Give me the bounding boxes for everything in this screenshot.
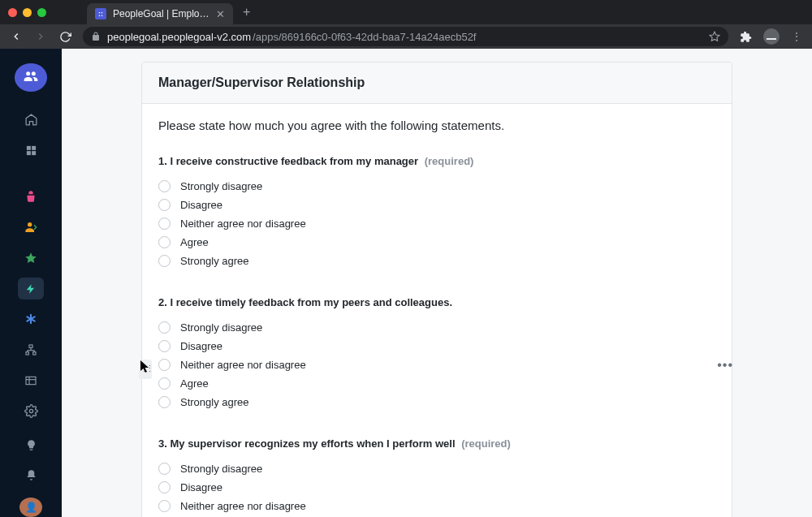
favicon: ::: [95, 8, 106, 19]
main-content: Manager/Supervisor Relationship Please s…: [62, 49, 812, 517]
nav-bulb[interactable]: [18, 433, 44, 456]
radio-option[interactable]: Strongly disagree: [158, 318, 715, 337]
svg-point-23: [29, 409, 32, 412]
traffic-lights: [8, 8, 46, 17]
drag-handle-icon[interactable]: [139, 360, 152, 379]
radio-option[interactable]: Neither agree nor disagree: [158, 214, 715, 233]
svg-point-8: [28, 222, 32, 226]
svg-rect-20: [26, 377, 36, 384]
nav-bell[interactable]: [18, 464, 44, 487]
macos-titlebar: :: PeopleGoal | Employee Engage ✕ +: [0, 0, 812, 24]
new-tab-button[interactable]: +: [243, 5, 250, 19]
address-bar[interactable]: peoplegoal.peoplegoal-v2.com/apps/869166…: [83, 27, 728, 46]
profile-button[interactable]: [763, 28, 780, 45]
radio-option[interactable]: Strongly agree: [158, 252, 715, 270]
sidebar: 👤: [0, 49, 62, 517]
question-label: 1. I receive constructive feedback from …: [158, 155, 715, 167]
question-label: 2. I receive timely feedback from my pee…: [158, 296, 715, 308]
question-menu-icon[interactable]: •••: [717, 358, 733, 373]
radio-icon: [158, 236, 171, 248]
browser-toolbar: peoplegoal.peoplegoal-v2.com/apps/869166…: [0, 24, 812, 49]
question-label: 3. My supervisor recognizes my efforts w…: [158, 437, 715, 450]
survey-card: Manager/Supervisor Relationship Please s…: [141, 62, 732, 517]
svg-rect-13: [29, 345, 32, 347]
close-tab-icon[interactable]: ✕: [216, 8, 225, 20]
app-logo[interactable]: [15, 63, 47, 92]
url-path: /apps/869166c0-0f63-42dd-baa7-14a24aecb5…: [253, 31, 476, 43]
nav-bolt[interactable]: [18, 278, 44, 300]
radio-option[interactable]: Disagree: [158, 478, 715, 497]
svg-rect-6: [26, 151, 30, 155]
reload-button[interactable]: [58, 31, 71, 43]
nav-table[interactable]: [18, 369, 44, 392]
radio-icon: [158, 255, 171, 267]
radio-option[interactable]: Strongly agree: [158, 393, 715, 411]
radio-option[interactable]: Strongly disagree: [158, 177, 715, 196]
radio-icon: [158, 396, 171, 408]
lock-icon: [91, 32, 101, 41]
svg-rect-5: [32, 146, 36, 150]
nav-org[interactable]: [18, 338, 44, 361]
star-icon[interactable]: [709, 31, 720, 42]
radio-icon: [158, 340, 171, 352]
nav-home[interactable]: [18, 109, 44, 131]
radio-icon: [158, 481, 171, 493]
avatar[interactable]: 👤: [19, 498, 42, 517]
question-block: 3. My supervisor recognizes my efforts w…: [158, 437, 715, 518]
required-tag: (required): [425, 155, 474, 167]
radio-icon: [158, 377, 171, 390]
tab-title: PeopleGoal | Employee Engage: [113, 8, 209, 19]
svg-rect-4: [26, 146, 30, 150]
svg-rect-7: [32, 151, 36, 155]
forward-button[interactable]: [34, 31, 47, 42]
radio-icon: [158, 463, 171, 475]
radio-icon: [158, 199, 171, 211]
radio-option[interactable]: Neither agree nor disagree: [158, 497, 715, 515]
svg-marker-9: [25, 252, 36, 263]
minimize-window-button[interactable]: [23, 8, 32, 17]
nav-apps[interactable]: [18, 139, 44, 162]
svg-point-3: [32, 72, 36, 76]
svg-point-2: [26, 72, 30, 76]
radio-icon: [158, 500, 171, 512]
radio-icon: [158, 359, 171, 371]
nav-asterisk[interactable]: [18, 308, 44, 330]
svg-marker-0: [710, 32, 719, 41]
radio-icon: [158, 321, 171, 334]
svg-rect-15: [33, 352, 36, 355]
radio-option[interactable]: Disagree: [158, 196, 715, 214]
question-block: ••• 2. I receive timely feedback from my…: [158, 296, 715, 411]
nav-user[interactable]: [18, 216, 44, 239]
section-intro: Please state how much you agree with the…: [158, 117, 715, 136]
chrome-menu-icon[interactable]: ⋮: [791, 30, 802, 43]
radio-option[interactable]: Agree: [158, 233, 715, 252]
back-button[interactable]: [10, 31, 23, 42]
nav-settings[interactable]: [18, 400, 44, 423]
section-title: Manager/Supervisor Relationship: [158, 75, 715, 90]
url-domain: peoplegoal.peoplegoal-v2.com: [107, 31, 251, 43]
radio-icon: [158, 218, 171, 230]
radio-option[interactable]: Neither agree nor disagree: [158, 355, 715, 374]
zoom-window-button[interactable]: [37, 8, 46, 17]
browser-tab[interactable]: :: PeopleGoal | Employee Engage ✕: [87, 3, 233, 24]
close-window-button[interactable]: [8, 8, 17, 17]
nav-pink[interactable]: [18, 186, 44, 209]
radio-option[interactable]: Disagree: [158, 337, 715, 355]
extensions-icon[interactable]: [740, 31, 752, 43]
radio-option[interactable]: Agree: [158, 374, 715, 393]
svg-rect-1: [767, 38, 776, 40]
required-tag: (required): [461, 437, 511, 450]
radio-icon: [158, 180, 171, 192]
radio-option[interactable]: Strongly disagree: [158, 459, 715, 478]
nav-star[interactable]: [18, 247, 44, 269]
question-block: 1. I receive constructive feedback from …: [158, 155, 715, 270]
card-header: Manager/Supervisor Relationship: [142, 62, 732, 104]
svg-rect-14: [26, 352, 28, 355]
